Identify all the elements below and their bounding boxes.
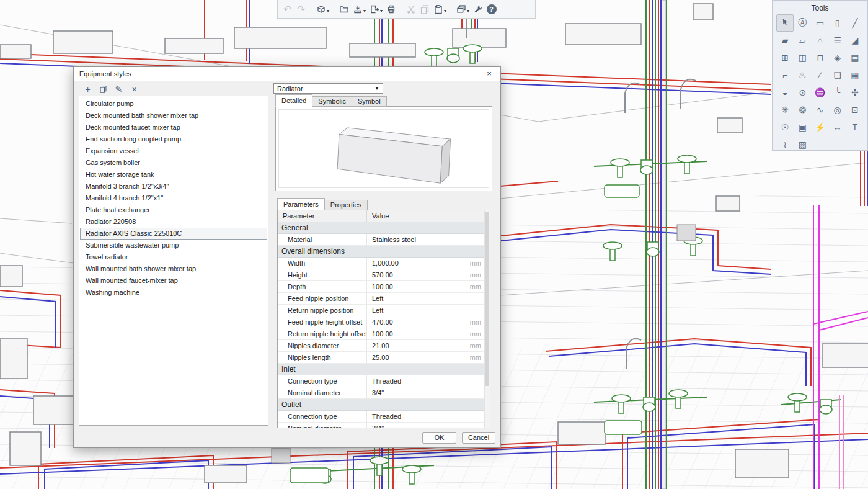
- help-button[interactable]: ?: [485, 2, 498, 16]
- delete-style-button[interactable]: ×: [130, 84, 139, 94]
- tab-symbolic[interactable]: Symbolic: [312, 96, 352, 107]
- tab-properties[interactable]: Properties: [324, 200, 368, 210]
- param-value[interactable]: Stainless steel: [367, 234, 490, 245]
- style-list-item[interactable]: Manifold 4 branch 1/2"x1": [80, 192, 267, 204]
- tool-ramp-button[interactable]: ◢: [846, 32, 864, 49]
- category-dropdown-value: Radiator: [277, 85, 303, 92]
- tool-opening-button[interactable]: ❏: [829, 66, 846, 84]
- style-list-item[interactable]: Radiator AXIS Classic 225010C: [80, 228, 267, 240]
- tab-detailed[interactable]: Detailed: [275, 94, 312, 107]
- style-list-item[interactable]: End-suction long coupled pump: [80, 133, 267, 145]
- style-list-item[interactable]: Hot water storage tank: [80, 169, 267, 181]
- param-value[interactable]: 3/4": [367, 387, 490, 398]
- param-value[interactable]: Left: [367, 293, 490, 304]
- style-list-item[interactable]: Deck mounted faucet-mixer tap: [80, 122, 267, 133]
- tool-text-button[interactable]: T: [846, 119, 864, 136]
- tab-symbol[interactable]: Symbol: [352, 96, 387, 107]
- settings-button[interactable]: [471, 2, 484, 16]
- table-row: Return nipple height offset100.00mm: [278, 328, 490, 340]
- param-value[interactable]: Threaded: [367, 411, 490, 422]
- table-row: Nominal diameter3/4": [278, 423, 490, 428]
- param-unit: mm: [470, 316, 481, 328]
- view-3d-button[interactable]: [314, 2, 327, 16]
- style-list-item[interactable]: Towel radiator: [80, 251, 267, 263]
- tool-electrical-panel-button[interactable]: ▣: [794, 119, 811, 136]
- param-value[interactable]: 3/4": [367, 423, 490, 428]
- tool-dimension-button[interactable]: ↔: [829, 119, 846, 136]
- tool-select-button[interactable]: [776, 14, 794, 32]
- tool-sewage-button[interactable]: ╰: [829, 84, 846, 101]
- tool-slab-button[interactable]: ▰: [776, 32, 794, 49]
- cancel-button[interactable]: Cancel: [462, 432, 495, 444]
- open-project-button[interactable]: [337, 2, 350, 16]
- scrollbar-thumb[interactable]: [485, 212, 489, 386]
- cut-button[interactable]: [404, 2, 417, 16]
- parameters-table: Parameter Value GeneralMaterialStainless…: [277, 210, 490, 428]
- tool-zone-button[interactable]: ▦: [846, 66, 864, 84]
- tool-pipe-fittings-button[interactable]: ✣: [846, 84, 864, 101]
- print-button[interactable]: [384, 2, 397, 16]
- style-list-item[interactable]: Washing machine: [80, 287, 267, 298]
- style-list-item[interactable]: Circulator pump: [80, 98, 267, 110]
- tool-hatch-button[interactable]: ▨: [794, 136, 811, 153]
- tool-style-manager-button[interactable]: Ⓐ: [794, 14, 811, 32]
- tool-floor-button[interactable]: ▱: [794, 32, 811, 49]
- tool-duct-button[interactable]: ∿: [811, 101, 828, 119]
- tool-washing-machine-button[interactable]: ⊙: [794, 84, 811, 101]
- param-value[interactable]: Left: [367, 305, 490, 316]
- style-list-item[interactable]: Radiator 220508: [80, 216, 267, 228]
- style-list-item[interactable]: Gas system boiler: [80, 157, 267, 169]
- style-list-item[interactable]: Wall mounted bath shower mixer tap: [80, 263, 267, 275]
- style-list-item[interactable]: Deck mounted bath shower mixer tap: [80, 110, 267, 122]
- tool-stairs-button[interactable]: ☰: [829, 32, 846, 49]
- tool-window-button[interactable]: ⊞: [776, 49, 794, 66]
- tab-parameters[interactable]: Parameters: [277, 198, 325, 210]
- style-list-item[interactable]: Manifold 3 branch 1/2"x3/4": [80, 181, 267, 192]
- paste-button[interactable]: [432, 2, 445, 16]
- tool-room-button[interactable]: ▭: [811, 14, 828, 32]
- undo-button[interactable]: ↶: [281, 2, 294, 16]
- export-button[interactable]: [368, 2, 381, 16]
- preview-canvas[interactable]: [278, 109, 489, 188]
- style-list-item[interactable]: Plate heat exchanger: [80, 204, 267, 216]
- edit-style-button[interactable]: ✎: [114, 84, 123, 94]
- copy-button[interactable]: [418, 2, 431, 16]
- table-section-header: Overall dimensions: [278, 246, 490, 258]
- tool-coupling-button[interactable]: ◎: [829, 101, 846, 119]
- tool-solid-button[interactable]: ◈: [829, 49, 846, 66]
- param-unit: mm: [470, 352, 481, 363]
- tool-image-button[interactable]: ▤: [846, 49, 864, 66]
- redo-button[interactable]: ↷: [294, 2, 308, 16]
- ok-button[interactable]: OK: [422, 432, 456, 444]
- duplicate-style-button[interactable]: [99, 84, 108, 94]
- add-style-button[interactable]: +: [83, 84, 92, 94]
- tool-door-button[interactable]: ◫: [794, 49, 811, 66]
- param-name: Nominal diameter: [278, 387, 367, 398]
- tool-water-supply-button[interactable]: ♒: [811, 84, 828, 101]
- tool-lamp-button[interactable]: ☉: [776, 119, 794, 136]
- tool-worktop-button[interactable]: ⌐: [776, 66, 794, 84]
- tool-text-icon: T: [852, 122, 858, 132]
- style-list-item[interactable]: Wall mounted faucet-mixer tap: [80, 275, 267, 287]
- tool-roof-button[interactable]: ⌂: [811, 32, 828, 49]
- style-list-item[interactable]: Expansion vessel: [80, 145, 267, 157]
- tool-socket-button[interactable]: ⊡: [846, 101, 864, 119]
- tool-beam-button[interactable]: ╱: [846, 14, 864, 32]
- windows-button[interactable]: [454, 2, 467, 16]
- category-dropdown[interactable]: Radiator ▼: [273, 83, 383, 94]
- tool-heating-button[interactable]: ❂: [794, 101, 811, 119]
- tool-equipment-button[interactable]: ♨: [794, 66, 811, 84]
- close-icon[interactable]: ×: [484, 68, 495, 79]
- table-header: Parameter Value: [278, 210, 490, 222]
- tool-furniture-button[interactable]: ⊓: [811, 49, 828, 66]
- tool-line-button[interactable]: ∕: [811, 66, 828, 84]
- param-value[interactable]: Threaded: [367, 375, 490, 387]
- tool-column-button[interactable]: ▯: [829, 14, 846, 32]
- tool-spline-button[interactable]: ≀: [776, 136, 794, 153]
- import-button[interactable]: [351, 2, 364, 16]
- tool-toilet-button[interactable]: ◒: [776, 84, 794, 101]
- table-scrollbar[interactable]: [484, 210, 490, 428]
- tool-wiring-button[interactable]: ⚡: [811, 119, 828, 136]
- tool-ventilation-button[interactable]: ✳: [776, 101, 794, 119]
- style-list-item[interactable]: Submersible wastewater pump: [80, 240, 267, 251]
